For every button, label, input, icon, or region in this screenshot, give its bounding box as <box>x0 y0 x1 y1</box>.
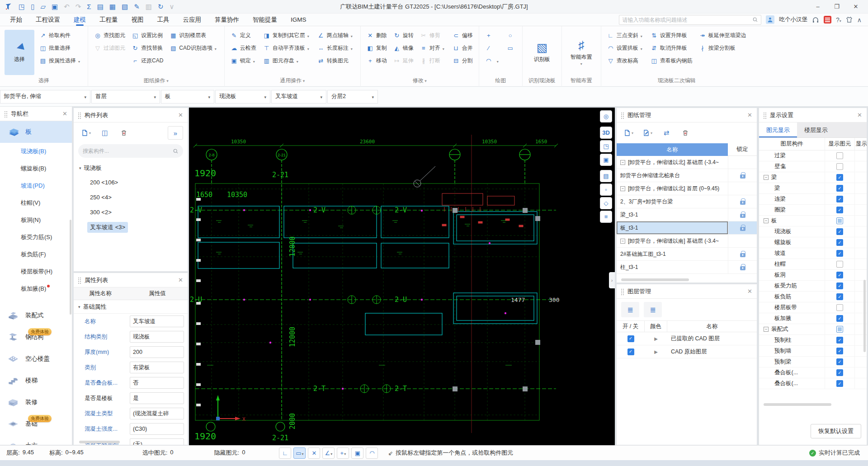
display-tab[interactable]: 楼层显示 <box>797 122 835 137</box>
ribbon-button[interactable]: ∤按梁分割板 <box>698 42 748 54</box>
lock-icon[interactable] <box>740 227 745 231</box>
view-table-icon[interactable]: ▦ <box>109 3 116 10</box>
show-original-layers-icon[interactable]: ≣ <box>644 302 662 317</box>
view-quantity-icon[interactable]: ▤ <box>97 3 104 10</box>
draw-tool-button[interactable]: ∕ <box>484 42 502 54</box>
nav-item[interactable]: 螺旋板(B) <box>0 160 72 177</box>
nav-item[interactable]: 现浇板(B) <box>0 143 72 160</box>
context-dropdown[interactable]: 板 <box>161 90 214 104</box>
ribbon-button[interactable]: ⊔合并 <box>451 42 474 54</box>
show-element-checkbox[interactable] <box>836 282 843 289</box>
lock-icon[interactable] <box>740 174 745 179</box>
show-element-checkbox[interactable] <box>836 250 843 257</box>
ribbon-button[interactable]: ⊂偏移 <box>451 30 474 41</box>
collapse-box-icon[interactable] <box>764 327 769 332</box>
panel-expand-arrow[interactable]: › <box>609 272 615 288</box>
promotion-icon[interactable] <box>824 16 831 24</box>
locate-drawing-button[interactable]: ⇄ <box>659 126 674 140</box>
sheet-hscrollbar[interactable] <box>621 278 689 281</box>
ribbon-button[interactable]: ↠板延伸至墙梁边 <box>698 30 748 41</box>
context-dropdown[interactable]: 卸货平台, 伸缩 <box>0 90 90 104</box>
ribbon-button[interactable]: ◧复制 <box>365 42 388 54</box>
ribbon-button[interactable]: ⊤自动平齐顶板 <box>262 42 312 54</box>
lock-icon[interactable] <box>740 214 745 218</box>
open-file-icon[interactable]: ▱ <box>40 3 46 10</box>
drag-handle-icon[interactable] <box>5 111 7 117</box>
note-icon[interactable]: ✎ <box>134 3 140 10</box>
help-icon[interactable]: ?▾ <box>836 16 841 24</box>
close-button[interactable]: ✕ <box>846 0 865 14</box>
drag-handle-icon[interactable] <box>621 112 624 118</box>
component-item[interactable]: 250 <4> <box>74 190 188 205</box>
close-icon[interactable]: ✕ <box>857 112 862 118</box>
ribbon-button[interactable]: ⇅设置升降板 <box>649 30 694 41</box>
menu-tab[interactable]: 算量协作 <box>215 14 239 26</box>
ribbon-button[interactable]: ↻查找替换 <box>130 42 165 54</box>
minimize-button[interactable]: – <box>808 0 827 14</box>
context-dropdown[interactable]: 现浇板 <box>215 90 270 104</box>
collapse-box-icon[interactable] <box>764 175 769 180</box>
ribbon-button[interactable]: ▧CAD识别选项 <box>168 42 219 54</box>
menu-tab[interactable]: 视图 <box>132 14 144 26</box>
show-element-checkbox[interactable] <box>836 152 843 159</box>
ribbon-button[interactable]: ◭镜像 <box>392 42 415 54</box>
lock-icon[interactable] <box>740 266 745 270</box>
close-icon[interactable]: ✕ <box>747 288 752 295</box>
username[interactable]: 吃个小汉堡 <box>779 16 807 24</box>
ribbon-button[interactable]: ↻旋转 <box>392 30 415 41</box>
smart-layout-button[interactable]: ♯ 智能布置 ▾ <box>566 30 596 75</box>
sheet-row[interactable]: 卸货平台伸缩缝北桩承台 <box>617 169 757 182</box>
ribbon-button[interactable]: ∠两点辅轴 <box>316 30 356 41</box>
ribbon-button[interactable]: ▥图元存盘 <box>262 55 312 66</box>
nav-item[interactable]: 板受力筋(S) <box>0 229 72 246</box>
property-group-row[interactable]: 基础属性 <box>74 300 188 314</box>
ribbon-button[interactable]: ▣锁定 <box>229 55 258 66</box>
ribbon-button[interactable]: ▽过滤图元 <box>93 42 127 54</box>
new-component-button[interactable]: ▾ <box>78 126 94 140</box>
ribbon-button[interactable]: ⇵取消升降板 <box>649 42 694 54</box>
show-element-checkbox[interactable] <box>836 326 843 333</box>
show-element-checkbox[interactable] <box>836 163 843 170</box>
headset-support-icon[interactable] <box>812 16 819 24</box>
nav-item[interactable]: 板负筋(F) <box>0 246 72 263</box>
view-tool-button[interactable]: ◳ <box>600 140 612 152</box>
component-search-box[interactable] <box>78 144 183 158</box>
property-value-field[interactable]: 200 <box>130 346 184 358</box>
property-value-field[interactable]: 现浇板 <box>130 331 184 343</box>
property-hscrollbar[interactable] <box>79 441 120 443</box>
layer-row[interactable]: ▶ 已提取的 CAD 图层 <box>617 332 757 345</box>
function-search-input[interactable] <box>622 17 752 23</box>
video-icon[interactable]: ▥ <box>146 3 152 10</box>
show-element-checkbox[interactable] <box>836 304 843 311</box>
show-element-checkbox[interactable] <box>836 228 843 235</box>
property-value-field[interactable]: 有梁板 <box>130 362 184 373</box>
undo-icon[interactable]: ↶ <box>64 3 70 10</box>
ribbon-button[interactable]: ∦打断 <box>419 55 448 66</box>
lock-icon[interactable] <box>740 253 745 257</box>
drag-handle-icon[interactable] <box>78 112 81 118</box>
copy-component-button[interactable]: ◫ <box>97 126 113 140</box>
show-extracted-layers-icon[interactable]: ≣ <box>621 302 639 317</box>
drawing-mode-tool[interactable]: ∠ <box>322 447 335 459</box>
collapse-ribbon-icon[interactable]: ∧ <box>857 16 862 24</box>
ribbon-button[interactable]: ↗拾取构件 <box>38 30 83 41</box>
drawing-mode-tool[interactable]: ∟ <box>279 447 291 459</box>
draw-tool-button[interactable]: ◠ <box>484 55 502 66</box>
menu-tab[interactable]: IGMS <box>291 14 307 26</box>
layer-visibility-checkbox[interactable] <box>627 335 634 342</box>
edit-quantity-icon[interactable]: ▧ <box>122 3 128 10</box>
sheet-row[interactable]: 柱_t3-1 <box>617 261 757 274</box>
drawing-canvas[interactable]: 10350 23600 10350 1650 2-8 2-21 1920 <box>189 108 615 445</box>
property-value-field[interactable]: (无) <box>130 438 184 445</box>
skin-theme-icon[interactable] <box>846 16 853 23</box>
restore-button[interactable]: ❐ <box>827 0 846 14</box>
draw-tool-button[interactable]: ▭ <box>505 42 518 54</box>
nav-item[interactable]: 楼层板带(H) <box>0 263 72 280</box>
nav-module[interactable]: 钢结构 免费体验 <box>0 326 72 348</box>
rename-drawing-button[interactable]: ▾ <box>640 126 655 140</box>
ribbon-button[interactable]: ◎查找图元 <box>93 30 127 41</box>
view-tool-button[interactable]: ▤ <box>600 170 612 182</box>
menu-tab[interactable]: 开始 <box>10 14 22 26</box>
show-element-checkbox[interactable] <box>836 217 843 224</box>
close-icon[interactable]: ✕ <box>747 112 752 118</box>
